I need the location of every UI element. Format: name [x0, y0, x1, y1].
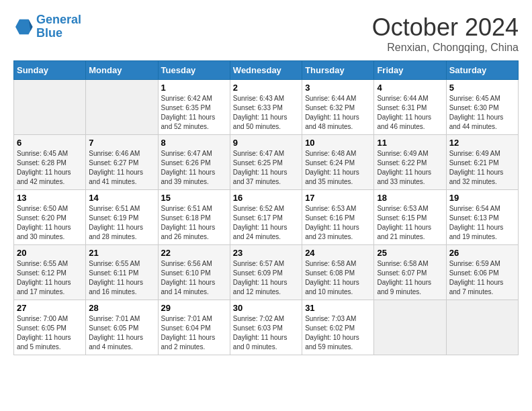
day-info: Sunrise: 6:53 AMSunset: 6:15 PMDaylight:…: [377, 204, 443, 242]
calendar-cell: 19Sunrise: 6:54 AMSunset: 6:13 PMDayligh…: [446, 190, 518, 245]
weekday-header: Monday: [86, 61, 158, 80]
day-number: 18: [377, 193, 443, 203]
calendar-cell: 4Sunrise: 6:44 AMSunset: 6:31 PMDaylight…: [374, 80, 446, 135]
day-info: Sunrise: 7:03 AMSunset: 6:02 PMDaylight:…: [305, 314, 371, 352]
calendar-cell: 24Sunrise: 6:58 AMSunset: 6:08 PMDayligh…: [302, 245, 374, 300]
weekday-header-row: SundayMondayTuesdayWednesdayThursdayFrid…: [14, 61, 519, 80]
day-info: Sunrise: 6:55 AMSunset: 6:12 PMDaylight:…: [17, 259, 83, 297]
calendar-cell: 15Sunrise: 6:51 AMSunset: 6:18 PMDayligh…: [158, 190, 230, 245]
day-number: 5: [449, 83, 515, 93]
day-info: Sunrise: 6:58 AMSunset: 6:08 PMDaylight:…: [305, 259, 371, 297]
day-info: Sunrise: 6:49 AMSunset: 6:21 PMDaylight:…: [449, 149, 515, 187]
day-number: 27: [17, 303, 83, 313]
day-info: Sunrise: 6:57 AMSunset: 6:09 PMDaylight:…: [233, 259, 299, 297]
day-info: Sunrise: 6:52 AMSunset: 6:17 PMDaylight:…: [233, 204, 299, 242]
day-info: Sunrise: 6:50 AMSunset: 6:20 PMDaylight:…: [17, 204, 83, 242]
calendar-cell: 30Sunrise: 7:02 AMSunset: 6:03 PMDayligh…: [230, 300, 302, 355]
day-number: 11: [377, 138, 443, 148]
calendar-cell: 9Sunrise: 6:47 AMSunset: 6:25 PMDaylight…: [230, 135, 302, 190]
day-info: Sunrise: 7:01 AMSunset: 6:05 PMDaylight:…: [89, 314, 154, 352]
location: Renxian, Chongqing, China: [372, 42, 519, 54]
calendar-cell: 13Sunrise: 6:50 AMSunset: 6:20 PMDayligh…: [14, 190, 86, 245]
day-info: Sunrise: 7:02 AMSunset: 6:03 PMDaylight:…: [233, 314, 299, 352]
logo: General Blue: [13, 13, 81, 40]
day-number: 17: [305, 193, 371, 203]
calendar-cell: 8Sunrise: 6:47 AMSunset: 6:26 PMDaylight…: [158, 135, 230, 190]
calendar-cell: 7Sunrise: 6:46 AMSunset: 6:27 PMDaylight…: [86, 135, 158, 190]
calendar-cell: 12Sunrise: 6:49 AMSunset: 6:21 PMDayligh…: [446, 135, 518, 190]
calendar-cell: 17Sunrise: 6:53 AMSunset: 6:16 PMDayligh…: [302, 190, 374, 245]
day-info: Sunrise: 6:48 AMSunset: 6:24 PMDaylight:…: [305, 149, 371, 187]
logo-text: General Blue: [36, 13, 81, 40]
day-info: Sunrise: 7:00 AMSunset: 6:05 PMDaylight:…: [17, 314, 83, 352]
calendar-week-row: 20Sunrise: 6:55 AMSunset: 6:12 PMDayligh…: [14, 245, 519, 300]
calendar-table: SundayMondayTuesdayWednesdayThursdayFrid…: [13, 60, 519, 355]
calendar-cell: 18Sunrise: 6:53 AMSunset: 6:15 PMDayligh…: [374, 190, 446, 245]
day-number: 13: [17, 193, 83, 203]
calendar-cell: 29Sunrise: 7:01 AMSunset: 6:04 PMDayligh…: [158, 300, 230, 355]
day-info: Sunrise: 6:51 AMSunset: 6:18 PMDaylight:…: [161, 204, 227, 242]
day-info: Sunrise: 6:51 AMSunset: 6:19 PMDaylight:…: [89, 204, 154, 242]
day-number: 28: [89, 303, 154, 313]
month-title: October 2024: [372, 13, 519, 42]
day-number: 7: [89, 138, 154, 148]
day-number: 19: [449, 193, 515, 203]
day-info: Sunrise: 6:47 AMSunset: 6:26 PMDaylight:…: [161, 149, 227, 187]
calendar-week-row: 1Sunrise: 6:42 AMSunset: 6:35 PMDaylight…: [14, 80, 519, 135]
calendar-cell: [446, 300, 518, 355]
day-number: 4: [377, 83, 443, 93]
calendar-cell: 2Sunrise: 6:43 AMSunset: 6:33 PMDaylight…: [230, 80, 302, 135]
calendar-cell: 27Sunrise: 7:00 AMSunset: 6:05 PMDayligh…: [14, 300, 86, 355]
day-number: 22: [161, 248, 227, 258]
calendar-cell: [14, 80, 86, 135]
day-number: 1: [161, 83, 227, 93]
day-info: Sunrise: 6:44 AMSunset: 6:32 PMDaylight:…: [305, 94, 371, 132]
weekday-header: Tuesday: [158, 61, 230, 80]
calendar-cell: [374, 300, 446, 355]
day-number: 8: [161, 138, 227, 148]
day-number: 12: [449, 138, 515, 148]
title-block: October 2024 Renxian, Chongqing, China: [372, 13, 519, 54]
day-number: 3: [305, 83, 371, 93]
day-number: 29: [161, 303, 227, 313]
calendar-cell: 21Sunrise: 6:55 AMSunset: 6:11 PMDayligh…: [86, 245, 158, 300]
day-info: Sunrise: 6:43 AMSunset: 6:33 PMDaylight:…: [233, 94, 299, 132]
day-info: Sunrise: 6:47 AMSunset: 6:25 PMDaylight:…: [233, 149, 299, 187]
calendar-cell: 25Sunrise: 6:58 AMSunset: 6:07 PMDayligh…: [374, 245, 446, 300]
calendar-week-row: 6Sunrise: 6:45 AMSunset: 6:28 PMDaylight…: [14, 135, 519, 190]
day-number: 16: [233, 193, 299, 203]
calendar-cell: 3Sunrise: 6:44 AMSunset: 6:32 PMDaylight…: [302, 80, 374, 135]
weekday-header: Sunday: [14, 61, 86, 80]
day-info: Sunrise: 6:59 AMSunset: 6:06 PMDaylight:…: [449, 259, 515, 297]
day-info: Sunrise: 6:49 AMSunset: 6:22 PMDaylight:…: [377, 149, 443, 187]
day-number: 2: [233, 83, 299, 93]
day-info: Sunrise: 6:56 AMSunset: 6:10 PMDaylight:…: [161, 259, 227, 297]
calendar-cell: 5Sunrise: 6:45 AMSunset: 6:30 PMDaylight…: [446, 80, 518, 135]
day-info: Sunrise: 6:55 AMSunset: 6:11 PMDaylight:…: [89, 259, 154, 297]
calendar-cell: 28Sunrise: 7:01 AMSunset: 6:05 PMDayligh…: [86, 300, 158, 355]
calendar-week-row: 13Sunrise: 6:50 AMSunset: 6:20 PMDayligh…: [14, 190, 519, 245]
weekday-header: Friday: [374, 61, 446, 80]
day-info: Sunrise: 6:44 AMSunset: 6:31 PMDaylight:…: [377, 94, 443, 132]
day-number: 31: [305, 303, 371, 313]
day-info: Sunrise: 6:54 AMSunset: 6:13 PMDaylight:…: [449, 204, 515, 242]
calendar-cell: 1Sunrise: 6:42 AMSunset: 6:35 PMDaylight…: [158, 80, 230, 135]
day-number: 14: [89, 193, 154, 203]
day-number: 30: [233, 303, 299, 313]
day-number: 10: [305, 138, 371, 148]
calendar-cell: 14Sunrise: 6:51 AMSunset: 6:19 PMDayligh…: [86, 190, 158, 245]
day-info: Sunrise: 6:53 AMSunset: 6:16 PMDaylight:…: [305, 204, 371, 242]
calendar-cell: 16Sunrise: 6:52 AMSunset: 6:17 PMDayligh…: [230, 190, 302, 245]
day-info: Sunrise: 6:45 AMSunset: 6:28 PMDaylight:…: [17, 149, 83, 187]
calendar-week-row: 27Sunrise: 7:00 AMSunset: 6:05 PMDayligh…: [14, 300, 519, 355]
day-number: 20: [17, 248, 83, 258]
day-number: 6: [17, 138, 83, 148]
day-info: Sunrise: 6:42 AMSunset: 6:35 PMDaylight:…: [161, 94, 227, 132]
weekday-header: Thursday: [302, 61, 374, 80]
calendar-cell: 26Sunrise: 6:59 AMSunset: 6:06 PMDayligh…: [446, 245, 518, 300]
calendar-cell: 31Sunrise: 7:03 AMSunset: 6:02 PMDayligh…: [302, 300, 374, 355]
day-number: 26: [449, 248, 515, 258]
day-info: Sunrise: 6:45 AMSunset: 6:30 PMDaylight:…: [449, 94, 515, 132]
day-info: Sunrise: 6:58 AMSunset: 6:07 PMDaylight:…: [377, 259, 443, 297]
day-info: Sunrise: 6:46 AMSunset: 6:27 PMDaylight:…: [89, 149, 154, 187]
